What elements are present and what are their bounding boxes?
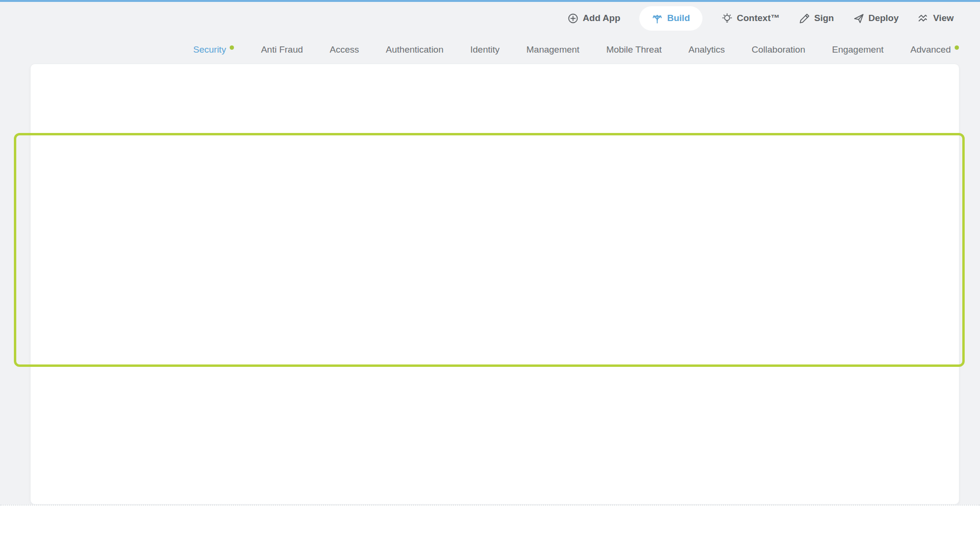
tab-security[interactable]: Security — [193, 44, 234, 55]
nav-sign[interactable]: Sign — [799, 13, 834, 24]
nav-label: Context™ — [737, 13, 780, 23]
tab-engagement[interactable]: Engagement — [832, 44, 884, 55]
nav-add-app[interactable]: Add App — [568, 13, 620, 24]
nav-context[interactable]: Context™ — [722, 13, 780, 24]
footer-bar — [0, 505, 980, 540]
tab-management[interactable]: Management — [526, 44, 579, 55]
tab-mobile-threat[interactable]: Mobile Threat — [606, 44, 662, 55]
tab-authentication[interactable]: Authentication — [386, 44, 443, 55]
nav-deploy[interactable]: Deploy — [853, 13, 899, 24]
nav-label: Deploy — [869, 13, 899, 23]
nav-label: Sign — [814, 13, 834, 23]
nav-label: Build — [667, 13, 690, 23]
tab-analytics[interactable]: Analytics — [689, 44, 725, 55]
advanced-dot — [955, 45, 959, 50]
pen-icon — [799, 13, 810, 24]
build-branch-icon — [652, 13, 663, 24]
tab-collaboration[interactable]: Collaboration — [752, 44, 805, 55]
app-window: Add App Build Context™ Sign Deploy View … — [0, 0, 980, 540]
paper-plane-icon — [853, 13, 864, 24]
primary-nav: Add App Build Context™ Sign Deploy View — [568, 5, 954, 32]
top-accent-bar — [0, 0, 980, 2]
nav-label: Add App — [583, 13, 620, 23]
nav-label: View — [933, 13, 954, 23]
tab-anti-fraud[interactable]: Anti Fraud — [261, 44, 303, 55]
nav-view[interactable]: View — [918, 13, 954, 24]
security-active-dot — [230, 45, 234, 50]
pulse-icon — [918, 13, 929, 24]
nav-build[interactable]: Build — [639, 6, 702, 31]
plus-circle-icon — [568, 13, 579, 24]
tab-access[interactable]: Access — [330, 44, 359, 55]
secure-communication-card — [30, 64, 959, 505]
secondary-nav: Security Anti Fraud Access Authenticatio… — [193, 40, 959, 59]
tab-advanced[interactable]: Advanced — [910, 44, 959, 55]
tab-identity[interactable]: Identity — [470, 44, 500, 55]
lightbulb-icon — [722, 13, 733, 24]
